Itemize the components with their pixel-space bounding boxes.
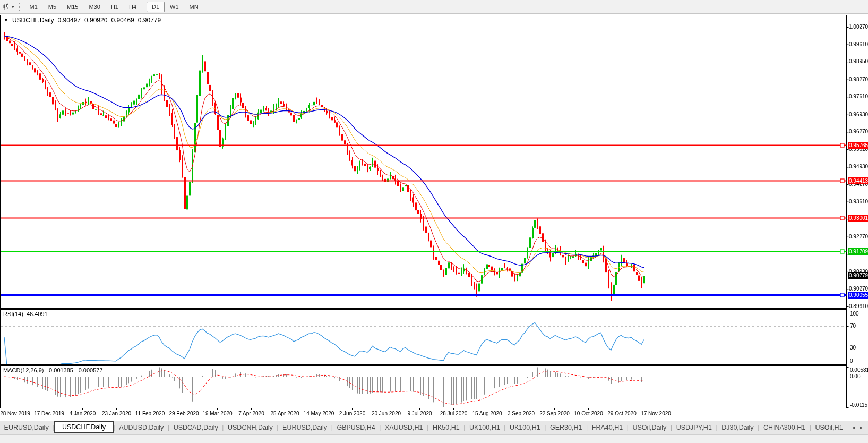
chart-type-dropdown-caret[interactable]: ▾ xyxy=(11,4,16,10)
symbol-tab-eurusd-daily[interactable]: EURUSD,Daily xyxy=(0,422,53,433)
symbol-tab-audusd-daily[interactable]: AUDUSD,Daily xyxy=(115,422,168,433)
status-bar xyxy=(0,434,868,443)
tab-scroll-right-icon[interactable]: ► xyxy=(859,425,864,430)
candlestick-chart-icon[interactable] xyxy=(2,3,11,11)
timeframe-m5[interactable]: M5 xyxy=(43,2,62,12)
timeframe-mn[interactable]: MN xyxy=(184,2,204,12)
timeframe-m1[interactable]: M1 xyxy=(24,2,43,12)
symbol-tab-hk50-h1[interactable]: HK50,H1 xyxy=(428,422,463,433)
symbol-tab-usdcnh-daily[interactable]: USDCNH,Daily xyxy=(224,422,277,433)
timeframe-buttons: M1M5M15M30H1H4D1W1MN xyxy=(24,0,204,13)
tab-scroll-buttons: ◄ ► xyxy=(847,425,868,430)
tab-scroll-left-icon[interactable]: ◄ xyxy=(851,425,856,430)
symbol-tab-xauusd-h1[interactable]: XAUUSD,H1 xyxy=(381,422,427,433)
symbol-tab-usoil-daily[interactable]: USOil,Daily xyxy=(629,422,671,433)
toolbar-grip[interactable] xyxy=(19,3,21,11)
symbol-tab-fra40-h1[interactable]: FRA40,H1 xyxy=(588,422,627,433)
symbol-tab-uk100-h1[interactable]: UK100,H1 xyxy=(505,422,544,433)
symbol-tab-usoil-h1[interactable]: USOil,H1 xyxy=(811,422,847,433)
symbol-tab-ger30-h1[interactable]: GER30,H1 xyxy=(546,422,586,433)
symbol-tab-usdjpy-h1[interactable]: USDJPY,H1 xyxy=(672,422,716,433)
symbol-tab-eurusd-daily[interactable]: EURUSD,Daily xyxy=(278,422,331,433)
symbol-tab-uk100-h1[interactable]: UK100,H1 xyxy=(465,422,504,433)
toolbar-separator xyxy=(144,2,144,11)
timeframe-h4[interactable]: H4 xyxy=(124,2,142,12)
timeframe-w1[interactable]: W1 xyxy=(165,2,184,12)
timeframe-m30[interactable]: M30 xyxy=(84,2,106,12)
symbol-tab-dj30-daily[interactable]: DJ30,Daily xyxy=(718,422,758,433)
mt4-window: ▾ M1M5M15M30H1H4D1W1MN ▼ USDCHF,Daily 0.… xyxy=(0,0,868,443)
symbol-tab-usdcad-daily[interactable]: USDCAD,Daily xyxy=(169,422,222,433)
top-toolbar: ▾ M1M5M15M30H1H4D1W1MN xyxy=(0,0,868,14)
timeframe-h1[interactable]: H1 xyxy=(106,2,124,12)
chart-tab-bar: EURUSD,Daily|USDCHF,Daily|AUDUSD,Daily|U… xyxy=(0,421,868,434)
timeframe-m15[interactable]: M15 xyxy=(62,2,83,12)
timeframe-d1[interactable]: D1 xyxy=(147,2,165,12)
symbol-tab-china300-h1[interactable]: CHINA300,H1 xyxy=(759,422,809,433)
symbol-tab-gbpusd-h4[interactable]: GBPUSD,H4 xyxy=(333,422,379,433)
tab-list: EURUSD,Daily|USDCHF,Daily|AUDUSD,Daily|U… xyxy=(0,422,847,433)
price-chart-canvas[interactable] xyxy=(0,0,868,421)
symbol-tab-usdchf-daily[interactable]: USDCHF,Daily xyxy=(54,421,113,433)
